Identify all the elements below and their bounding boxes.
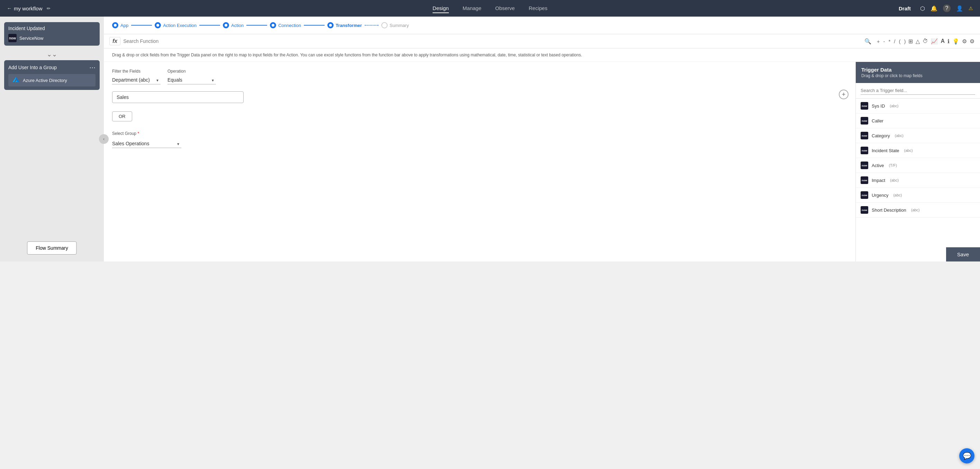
field-type-category: (abc) [895, 134, 904, 138]
alert-icon: ⚠ [969, 6, 973, 11]
step-label-summary: Summary [390, 23, 409, 28]
field-type-short-desc: (abc) [911, 208, 920, 212]
filter-row: Filter the Fields Department (abc) Name … [112, 69, 847, 84]
step-line-2 [199, 25, 220, 25]
grid-tool-icon[interactable]: ⊞ [908, 38, 913, 45]
stepper: App Action Execution Action Connection T… [104, 17, 980, 34]
filter-fields-select[interactable]: Department (abc) Name Email [112, 76, 161, 84]
formula-search-icon[interactable]: 🔍 [864, 38, 871, 45]
tab-manage[interactable]: Manage [463, 4, 481, 13]
step1-title: Incident Updated [8, 25, 95, 31]
trigger-search-input[interactable] [861, 86, 975, 95]
stepper-summary[interactable]: Summary [381, 22, 409, 29]
select-group-wrapper: Sales Operations IT Department HR Team ▼ [112, 139, 181, 148]
step-label-action: Action [231, 23, 243, 28]
op-close-paren[interactable]: ) [904, 38, 905, 44]
save-button[interactable]: Save [946, 247, 980, 261]
stepper-app[interactable]: App [112, 22, 128, 29]
filter-value-input[interactable] [112, 91, 243, 103]
stepper-transformer[interactable]: Transformer [327, 22, 362, 29]
trigger-field-incident-state[interactable]: now Incident State (abc) [856, 143, 980, 158]
trigger-panel-title: Trigger Data [861, 67, 974, 73]
trigger-field-sysid[interactable]: now Sys ID (abc) [856, 99, 980, 113]
trigger-search-area [856, 83, 980, 99]
settings-tool-icon[interactable]: ⚙ [962, 38, 967, 45]
op-open-paren[interactable]: ( [899, 38, 900, 44]
op-minus[interactable]: - [883, 38, 885, 44]
trigger-data-panel: Trigger Data Drag & drop or click to map… [856, 62, 980, 261]
stepper-action-execution[interactable]: Action Execution [155, 22, 197, 29]
servicenow-field-icon-4: now [861, 147, 868, 154]
nav-icons: ⬡ 🔔 ? 👤 ⚠ [920, 5, 973, 12]
trigger-field-active[interactable]: now Active (T/F) [856, 158, 980, 173]
nav-tabs: Design Manage Observe Recipes [433, 4, 547, 13]
trigger-field-urgency[interactable]: now Urgency (abc) [856, 188, 980, 203]
select-group-select[interactable]: Sales Operations IT Department HR Team [112, 139, 181, 148]
text-tool-icon[interactable]: A [940, 38, 945, 45]
chart-tool-icon[interactable]: △ [916, 38, 920, 45]
field-type-sysid: (abc) [890, 104, 898, 108]
field-name-caller: Caller [872, 118, 883, 124]
field-name-urgency: Urgency [872, 192, 888, 198]
fx-label: fx [109, 37, 121, 45]
operation-select[interactable]: Equals Contains Not Equals [167, 76, 216, 84]
back-button[interactable]: ← Incident Updated my workflow ✏ [7, 6, 51, 11]
add-filter-button[interactable]: + [839, 90, 848, 99]
main-layout: Incident Updated now ServiceNow ⌄⌄ Add U… [0, 17, 980, 261]
description-text: Drag & drop or click fields from the Tri… [104, 48, 980, 62]
notification-icon[interactable]: 🔔 [931, 5, 937, 12]
servicenow-field-icon-7: now [861, 191, 868, 199]
top-nav: ← Incident Updated my workflow ✏ Design … [0, 0, 980, 17]
trigger-field-impact[interactable]: now Impact (abc) [856, 173, 980, 188]
required-marker: * [136, 131, 139, 136]
select-group-label: Select Group * [112, 131, 847, 136]
tab-design[interactable]: Design [433, 4, 449, 13]
tab-recipes[interactable]: Recipes [529, 4, 547, 13]
back-arrow-icon: ← [7, 6, 12, 11]
external-link-icon[interactable]: ⬡ [920, 5, 925, 12]
formula-search-input[interactable] [123, 38, 861, 44]
servicenow-field-icon-6: now [861, 176, 868, 184]
trend-tool-icon[interactable]: 📈 [931, 38, 938, 45]
stepper-connection[interactable]: Connection [270, 22, 301, 29]
or-button[interactable]: OR [112, 111, 132, 121]
field-name-incident-state: Incident State [872, 148, 899, 153]
tab-observe[interactable]: Observe [495, 4, 515, 13]
time-tool-icon[interactable]: ⏱ [923, 38, 928, 45]
info-tool-icon[interactable]: ℹ [947, 38, 950, 45]
filter-fields-select-wrapper: Department (abc) Name Email ▼ [112, 76, 161, 84]
step-circle-app [112, 22, 118, 29]
trigger-panel-header: Trigger Data Drag & drop or click to map… [856, 62, 980, 83]
op-divide[interactable]: / [894, 38, 895, 44]
content-area: Filter the Fields Department (abc) Name … [104, 62, 980, 261]
step2-menu-icon[interactable]: ⋯ [89, 64, 95, 71]
op-plus[interactable]: + [877, 38, 880, 44]
step-circle-action-exec [155, 22, 161, 29]
trigger-field-caller[interactable]: now Caller [856, 113, 980, 128]
field-name-impact: Impact [872, 178, 885, 183]
bulb-tool-icon[interactable]: 💡 [952, 38, 959, 45]
flow-summary-button[interactable]: Flow Summary [27, 242, 76, 254]
trigger-field-short-desc[interactable]: now Short Description (abc) [856, 203, 980, 218]
field-name-category: Category [872, 133, 890, 138]
step-incident-updated[interactable]: Incident Updated now ServiceNow [4, 22, 100, 46]
operation-select-wrapper: Equals Contains Not Equals ▼ [167, 76, 216, 84]
operation-group: Operation Equals Contains Not Equals ▼ [167, 69, 216, 84]
stepper-action[interactable]: Action [223, 22, 243, 29]
collapse-sidebar-button[interactable]: ‹ [99, 134, 109, 144]
step-add-user[interactable]: Add User Into a Group ⋯ Azure Active Dir… [4, 60, 100, 90]
step-line-4 [304, 25, 325, 25]
step1-app: now ServiceNow [8, 34, 95, 42]
trigger-fields-list: now Sys ID (abc) now Caller now Category… [856, 99, 980, 261]
trigger-panel-subtitle: Drag & drop or click to map fields [861, 73, 974, 78]
step-circle-connection [270, 22, 276, 29]
step1-app-name: ServiceNow [19, 36, 43, 41]
trigger-field-category[interactable]: now Category (abc) [856, 128, 980, 143]
op-multiply[interactable]: * [888, 38, 890, 44]
user-icon[interactable]: 👤 [956, 5, 963, 12]
step-circle-action [223, 22, 229, 29]
edit-icon[interactable]: ✏ [47, 6, 51, 11]
filter-section: Filter the Fields Department (abc) Name … [104, 62, 856, 261]
help-icon[interactable]: ? [943, 5, 951, 12]
advanced-tool-icon[interactable]: ⚙ [970, 38, 974, 45]
